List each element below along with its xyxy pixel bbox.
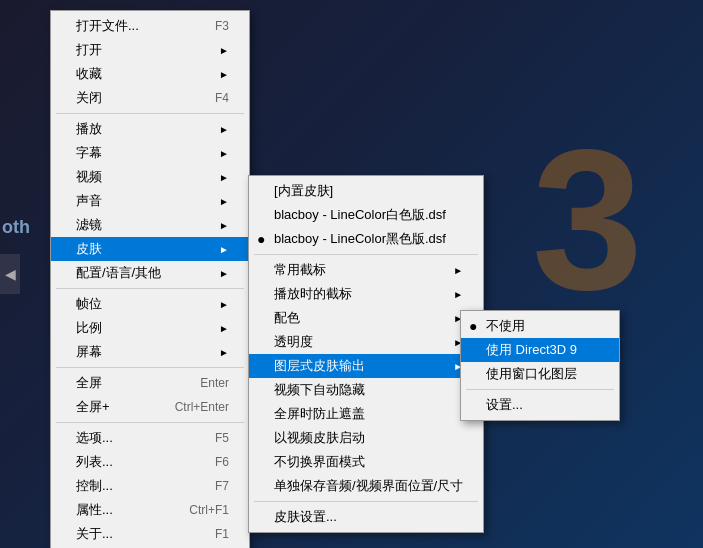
menu-item-list[interactable]: 列表... F6	[51, 450, 249, 474]
arrow-icon: ►	[219, 45, 229, 56]
menu-item-video[interactable]: 视频 ►	[51, 165, 249, 189]
arrow-icon: ►	[219, 196, 229, 207]
menu-item-ratio[interactable]: 比例 ►	[51, 316, 249, 340]
skin-menu-play-icons[interactable]: 播放时的截标 ►	[249, 282, 483, 306]
skin-submenu: [内置皮肤] blacboy - LineColor白色版.dsf ● blac…	[248, 175, 484, 533]
menu-item-properties[interactable]: 属性... Ctrl+F1	[51, 498, 249, 522]
skin-menu-prevent-cover[interactable]: 全屏时防止遮盖	[249, 402, 483, 426]
arrow-icon: ►	[219, 148, 229, 159]
menu-item-about[interactable]: 关于... F1	[51, 522, 249, 546]
skin-menu-color[interactable]: 配色 ►	[249, 306, 483, 330]
check-dot-icon: ●	[469, 318, 477, 334]
nav-arrow-left[interactable]: ◀	[0, 254, 20, 294]
menu-item-control[interactable]: 控制... F7	[51, 474, 249, 498]
separator	[56, 367, 244, 368]
skin-menu-white[interactable]: blacboy - LineColor白色版.dsf	[249, 203, 483, 227]
menu-item-frame[interactable]: 帧位 ►	[51, 292, 249, 316]
menu-item-config[interactable]: 配置/语言/其他 ►	[51, 261, 249, 285]
skin-menu-black[interactable]: ● blacboy - LineColor黑色版.dsf	[249, 227, 483, 251]
menu-item-subtitle[interactable]: 字幕 ►	[51, 141, 249, 165]
layer-menu-settings[interactable]: 设置...	[461, 393, 619, 417]
skin-menu-common-icons[interactable]: 常用截标 ►	[249, 258, 483, 282]
layer-output-submenu: ● 不使用 使用 Direct3D 9 使用窗口化图层 设置...	[460, 310, 620, 421]
skin-menu-builtin[interactable]: [内置皮肤]	[249, 179, 483, 203]
main-context-menu: 打开文件... F3 打开 ► 收藏 ► 关闭 F4 播放 ► 字幕 ► 视频 …	[50, 10, 250, 548]
arrow-icon: ►	[219, 124, 229, 135]
separator	[56, 422, 244, 423]
separator	[56, 113, 244, 114]
arrow-icon: ►	[219, 69, 229, 80]
arrow-icon: ►	[219, 244, 229, 255]
menu-item-open[interactable]: 打开 ►	[51, 38, 249, 62]
skin-menu-auto-hide[interactable]: 视频下自动隐藏	[249, 378, 483, 402]
arrow-icon: ►	[219, 347, 229, 358]
menu-item-options[interactable]: 选项... F5	[51, 426, 249, 450]
arrow-icon: ►	[453, 289, 463, 300]
skin-menu-layer-output[interactable]: 图层式皮肤输出 ►	[249, 354, 483, 378]
layer-menu-window-layer[interactable]: 使用窗口化图层	[461, 362, 619, 386]
menu-item-close[interactable]: 关闭 F4	[51, 86, 249, 110]
arrow-icon: ►	[219, 220, 229, 231]
separator	[56, 288, 244, 289]
menu-item-favorites[interactable]: 收藏 ►	[51, 62, 249, 86]
bg-number: 3	[532, 120, 643, 320]
separator	[254, 501, 478, 502]
arrow-icon: ►	[219, 172, 229, 183]
arrow-icon: ►	[219, 323, 229, 334]
layer-menu-d3d9[interactable]: 使用 Direct3D 9	[461, 338, 619, 362]
menu-item-fullscreen[interactable]: 全屏 Enter	[51, 371, 249, 395]
skin-menu-video-skin-start[interactable]: 以视频皮肤启动	[249, 426, 483, 450]
oth-partial-text: oth	[0, 217, 30, 238]
menu-item-open-file[interactable]: 打开文件... F3	[51, 14, 249, 38]
skin-menu-skin-settings[interactable]: 皮肤设置...	[249, 505, 483, 529]
menu-item-skin[interactable]: 皮肤 ►	[51, 237, 249, 261]
menu-item-screen[interactable]: 屏幕 ►	[51, 340, 249, 364]
skin-menu-no-switch[interactable]: 不切换界面模式	[249, 450, 483, 474]
check-dot-icon: ●	[257, 231, 265, 247]
arrow-icon: ►	[219, 299, 229, 310]
menu-item-fullscreen-plus[interactable]: 全屏+ Ctrl+Enter	[51, 395, 249, 419]
arrow-icon: ►	[453, 265, 463, 276]
layer-menu-no-use[interactable]: ● 不使用	[461, 314, 619, 338]
skin-menu-save-position[interactable]: 单独保存音频/视频界面位置/尺寸	[249, 474, 483, 498]
menu-item-play[interactable]: 播放 ►	[51, 117, 249, 141]
menu-item-filter[interactable]: 滤镜 ►	[51, 213, 249, 237]
arrow-icon: ►	[219, 268, 229, 279]
separator	[254, 254, 478, 255]
skin-menu-transparency[interactable]: 透明度 ►	[249, 330, 483, 354]
separator	[466, 389, 614, 390]
menu-item-sound[interactable]: 声音 ►	[51, 189, 249, 213]
